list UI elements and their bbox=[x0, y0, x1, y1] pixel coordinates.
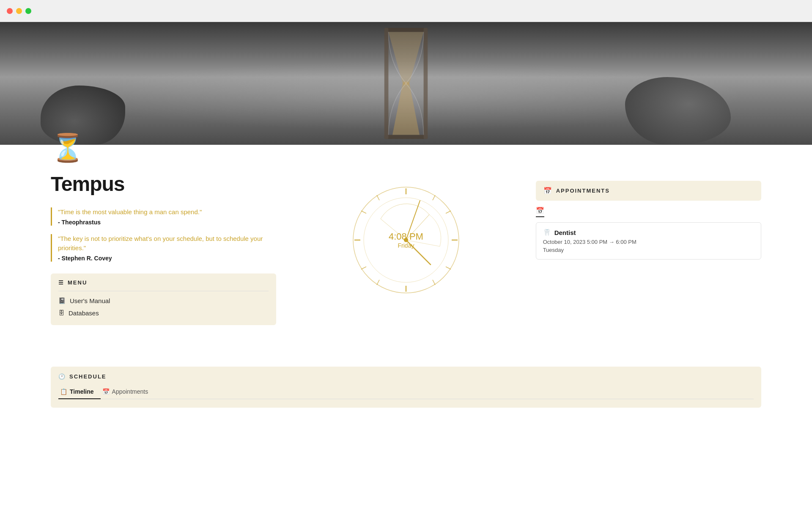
clock-time-display: 4:08 PM Friday bbox=[389, 231, 423, 249]
appointment-card-title: 🦷 Dentist bbox=[543, 229, 754, 236]
svg-rect-3 bbox=[424, 28, 428, 139]
menu-divider bbox=[58, 291, 269, 291]
appointments-header: 📅 APPOINTMENTS bbox=[536, 181, 761, 201]
hamburger-icon: ☰ bbox=[58, 279, 64, 286]
database-icon: 🗄 bbox=[58, 309, 64, 316]
close-button[interactable] bbox=[7, 8, 13, 14]
svg-line-12 bbox=[361, 211, 366, 213]
tab-appointments[interactable]: 📅 Appointments bbox=[101, 386, 155, 399]
schedule-clock-icon: 🕐 bbox=[58, 373, 66, 380]
appointments-title: APPOINTMENTS bbox=[556, 188, 610, 194]
clock-container: 4:08 PM Friday bbox=[347, 181, 465, 299]
minimize-button[interactable] bbox=[16, 8, 22, 14]
quote-2-text: "The key is not to prioritize what's on … bbox=[58, 234, 276, 253]
schedule-title: SCHEDULE bbox=[69, 373, 107, 380]
menu-item-users-manual[interactable]: 📓 User's Manual bbox=[58, 295, 269, 307]
schedule-section: 🕐 SCHEDULE 📋 Timeline 📅 Appointments bbox=[51, 367, 761, 408]
appointment-datetime: October 10, 2023 5:00 PM → 6:00 PM bbox=[543, 239, 754, 245]
page-icon-area: ⏳ bbox=[0, 132, 812, 164]
svg-line-16 bbox=[446, 267, 451, 269]
svg-line-15 bbox=[433, 280, 435, 285]
svg-line-13 bbox=[361, 267, 366, 269]
quote-1-author: - Theophrastus bbox=[58, 219, 276, 226]
appointment-name: Dentist bbox=[554, 229, 576, 236]
tooth-icon: 🦷 bbox=[543, 229, 551, 236]
appointments-tab-icon: 📅 bbox=[102, 388, 110, 395]
browser-chrome bbox=[0, 0, 812, 22]
hero-center-hourglass-svg bbox=[372, 22, 440, 145]
maximize-button[interactable] bbox=[25, 8, 31, 14]
appointments-section: 📅 APPOINTMENTS 📅 🦷 Dentist October 10, 2… bbox=[536, 181, 761, 260]
svg-rect-2 bbox=[384, 28, 389, 139]
page-title: Tempus bbox=[51, 172, 276, 196]
appointment-day: Tuesday bbox=[543, 247, 754, 253]
menu-title: MENU bbox=[68, 279, 87, 286]
svg-line-17 bbox=[446, 211, 451, 213]
quote-1: "Time is the most valuable thing a man c… bbox=[51, 207, 276, 226]
svg-line-11 bbox=[377, 195, 379, 200]
svg-rect-0 bbox=[384, 28, 428, 32]
schedule-tabs: 📋 Timeline 📅 Appointments bbox=[58, 386, 754, 399]
clock-time: 4:08 PM bbox=[389, 231, 423, 242]
quote-2-author: - Stephen R. Covey bbox=[58, 255, 276, 262]
menu-items: 📓 User's Manual 🗄 Databases bbox=[58, 295, 269, 319]
right-column: 📅 APPOINTMENTS 📅 🦷 Dentist October 10, 2… bbox=[536, 172, 761, 333]
quote-1-text: "Time is the most valuable thing a man c… bbox=[58, 207, 276, 217]
menu-header: ☰ MENU bbox=[58, 279, 269, 286]
calendar-filter-icon[interactable]: 📅 bbox=[536, 207, 544, 214]
menu-item-databases[interactable]: 🗄 Databases bbox=[58, 307, 269, 319]
page-icon: ⏳ bbox=[51, 132, 85, 164]
left-column: Tempus "Time is the most valuable thing … bbox=[51, 172, 276, 333]
clock-day: Friday bbox=[398, 242, 414, 249]
menu-section: ☰ MENU 📓 User's Manual 🗄 Databases bbox=[51, 273, 276, 325]
main-content: Tempus "Time is the most valuable thing … bbox=[0, 164, 812, 358]
timeline-icon: 📋 bbox=[60, 388, 67, 395]
traffic-lights bbox=[7, 8, 31, 14]
appointment-card-dentist[interactable]: 🦷 Dentist October 10, 2023 5:00 PM → 6:0… bbox=[536, 222, 761, 260]
menu-item-users-manual-label: User's Manual bbox=[70, 297, 110, 304]
svg-line-14 bbox=[377, 280, 379, 285]
bottom-row: 🕐 SCHEDULE 📋 Timeline 📅 Appointments bbox=[0, 367, 812, 408]
notebook-icon: 📓 bbox=[58, 297, 66, 304]
svg-line-18 bbox=[433, 195, 435, 200]
tab-appointments-label: Appointments bbox=[112, 388, 148, 395]
menu-item-databases-label: Databases bbox=[69, 309, 99, 317]
center-column: 4:08 PM Friday bbox=[293, 172, 518, 333]
tab-timeline[interactable]: 📋 Timeline bbox=[58, 386, 101, 399]
appointments-filter-row: 📅 bbox=[536, 207, 544, 217]
quote-2: "The key is not to prioritize what's on … bbox=[51, 234, 276, 262]
appointments-calendar-icon: 📅 bbox=[543, 187, 552, 195]
schedule-header: 🕐 SCHEDULE bbox=[58, 373, 754, 380]
tab-timeline-label: Timeline bbox=[70, 388, 94, 395]
hero-banner bbox=[0, 22, 812, 145]
